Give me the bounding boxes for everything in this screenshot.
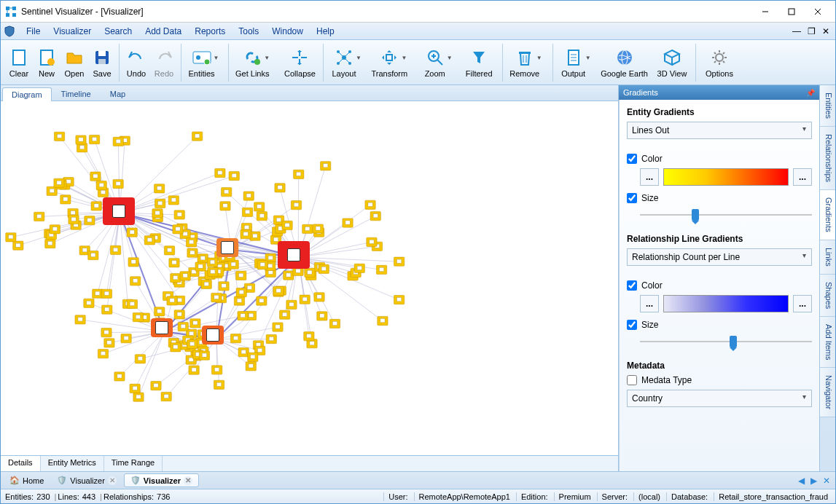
rel-size-checkbox[interactable]: Size: [627, 320, 812, 330]
close-button[interactable]: [805, 2, 831, 21]
doc-tab-visualizer-2[interactable]: 🛡️Visualizer✕: [124, 473, 199, 487]
filtered-button[interactable]: Filtered: [458, 46, 499, 79]
vtab-add-items[interactable]: Add Items: [820, 317, 835, 369]
remove-button[interactable]: ▼Remove: [506, 46, 550, 79]
transform-button[interactable]: ▼Transform: [367, 46, 418, 79]
doc-tab-home[interactable]: 🏠Home: [4, 474, 50, 487]
mdi-minimize[interactable]: —: [790, 25, 803, 37]
color-start-button[interactable]: ...: [640, 168, 659, 186]
svg-rect-276: [48, 241, 52, 245]
entity-gradient-select[interactable]: Lines Out: [627, 122, 812, 139]
floppy-disk-icon: [92, 47, 112, 68]
zoom-button[interactable]: ▼Zoom: [418, 46, 458, 79]
rel-size-slider[interactable]: [640, 334, 812, 349]
svg-rect-15: [98, 59, 106, 64]
status-edition-value: Premium: [554, 492, 591, 501]
mdi-restore[interactable]: ❐: [805, 25, 818, 37]
canvas-column: Diagram Timeline Map: [1, 85, 619, 471]
svg-rect-384: [231, 262, 235, 266]
color-start-button[interactable]: ...: [640, 295, 659, 312]
vtab-entities[interactable]: Entities: [820, 85, 835, 127]
nav-close[interactable]: ✕: [821, 476, 832, 486]
person-icon: [112, 205, 125, 218]
menu-file[interactable]: File: [20, 25, 47, 38]
tab-diagram[interactable]: Diagram: [2, 87, 52, 101]
panel-body: Entity Gradients Lines Out Color ... ...…: [619, 100, 819, 471]
new-button[interactable]: New: [33, 46, 60, 79]
svg-rect-422: [324, 164, 328, 168]
vtab-shapes[interactable]: Shapes: [820, 275, 835, 317]
google-earth-button[interactable]: Google Earth: [597, 46, 652, 79]
tab-details[interactable]: Details: [1, 456, 41, 471]
svg-rect-598: [136, 395, 141, 398]
collapse-button[interactable]: Collapse: [279, 46, 320, 79]
nav-prev[interactable]: ◀: [796, 476, 807, 486]
mdi-close[interactable]: ✕: [819, 25, 832, 37]
menu-tools[interactable]: Tools: [232, 25, 265, 38]
rel-color-checkbox[interactable]: Color: [627, 280, 812, 291]
svg-rect-478: [296, 269, 300, 272]
menu-help[interactable]: Help: [310, 25, 341, 38]
svg-rect-322: [195, 134, 200, 138]
3d-view-button[interactable]: 3D View: [652, 46, 692, 79]
svg-rect-7: [789, 9, 794, 15]
hub-node[interactable]: [151, 318, 173, 337]
tab-entity-metrics[interactable]: Entity Metrics: [41, 456, 104, 471]
maximize-button[interactable]: [778, 2, 805, 21]
svg-rect-630: [117, 374, 122, 378]
svg-rect-312: [16, 243, 20, 247]
svg-point-18: [204, 59, 210, 65]
options-button[interactable]: Options: [699, 46, 740, 79]
redo-button[interactable]: Redo: [150, 46, 178, 79]
entities-button[interactable]: ▼Entities: [184, 46, 225, 79]
close-icon[interactable]: ✕: [108, 476, 117, 485]
save-button[interactable]: Save: [88, 46, 116, 79]
hub-node[interactable]: [278, 241, 310, 269]
menu-reports[interactable]: Reports: [188, 25, 232, 38]
tab-timeline[interactable]: Timeline: [52, 87, 101, 101]
hub-node[interactable]: [216, 238, 238, 257]
hub-node[interactable]: [202, 326, 224, 344]
svg-point-17: [196, 55, 200, 60]
svg-rect-626: [107, 341, 112, 344]
minimize-button[interactable]: [752, 2, 778, 21]
tab-map[interactable]: Map: [101, 87, 135, 101]
entity-color-checkbox[interactable]: Color: [627, 154, 812, 164]
relationship-gradient-select[interactable]: Relationship Count per Line: [627, 248, 812, 266]
menu-add-data[interactable]: Add Data: [138, 25, 188, 38]
toolbar-separator: [695, 44, 696, 82]
get-links-button[interactable]: ▼Get Links: [232, 46, 279, 79]
open-button[interactable]: Open: [60, 46, 88, 79]
menu-window[interactable]: Window: [265, 25, 310, 38]
metadata-type-checkbox[interactable]: Medata Type: [627, 375, 812, 385]
clear-button[interactable]: Clear: [5, 46, 33, 79]
vtab-navigator[interactable]: Navigator: [820, 368, 835, 417]
svg-rect-390: [233, 336, 238, 340]
close-icon[interactable]: ✕: [184, 476, 192, 485]
vtab-gradients[interactable]: Gradients: [820, 190, 835, 240]
hub-node[interactable]: [103, 197, 135, 225]
tab-time-range[interactable]: Time Range: [104, 456, 163, 471]
undo-button[interactable]: Undo: [122, 46, 150, 79]
color-end-button[interactable]: ...: [793, 295, 812, 312]
entity-size-checkbox[interactable]: Size: [627, 193, 812, 203]
color-end-button[interactable]: ...: [793, 168, 812, 186]
svg-line-25: [338, 52, 344, 58]
toolbar: Clear New Open Save Undo Redo ▼Entities …: [1, 40, 835, 85]
output-button[interactable]: ▼Output: [556, 46, 597, 79]
nav-next[interactable]: ▶: [808, 476, 819, 486]
layout-button[interactable]: ▼Layout: [327, 46, 367, 79]
metadata-select[interactable]: Country: [627, 390, 812, 407]
vtab-relationships[interactable]: Relationships: [820, 127, 835, 190]
menu-visualizer[interactable]: Visualizer: [47, 25, 98, 38]
menu-search[interactable]: Search: [98, 25, 138, 38]
svg-rect-512: [222, 284, 226, 288]
svg-rect-376: [305, 227, 310, 230]
vtab-links[interactable]: Links: [820, 240, 835, 275]
svg-rect-3: [12, 13, 16, 17]
diagram-canvas[interactable]: [1, 101, 618, 455]
doc-tab-visualizer-1[interactable]: 🛡️Visualizer✕: [51, 474, 122, 487]
entity-size-slider[interactable]: [640, 208, 812, 222]
svg-rect-268: [130, 230, 134, 234]
pin-icon[interactable]: 📌: [806, 89, 815, 97]
